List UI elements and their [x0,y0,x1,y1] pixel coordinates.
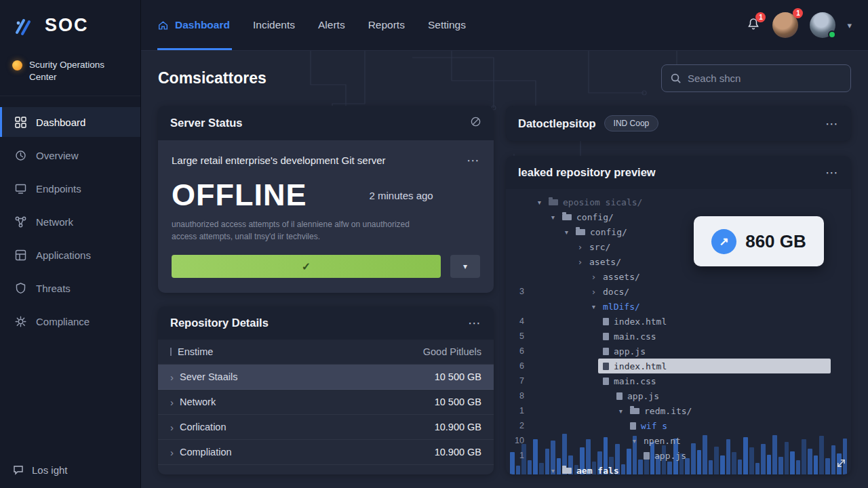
sidebar-item-applications[interactable]: Applications [0,240,140,270]
tree-item-eposiom-sicals-[interactable]: ▾eposiom sicals/ [506,195,851,209]
sidebar-item-endpoints[interactable]: Endpoints [0,174,140,203]
tree-item-label: index.html [614,361,667,371]
server-menu-ellipsis-icon[interactable]: ⋯ [467,154,480,167]
folder-icon [549,199,558,205]
chevron-down-icon: ▾ [463,262,467,271]
tree-item-label: src/ [589,242,610,252]
search-box[interactable] [661,64,851,92]
compliance-icon [14,315,27,328]
avatar-profile[interactable] [810,12,835,38]
line-number: 6 [506,346,530,356]
table-row-corlication[interactable]: ›Corlication10.900 GB [158,415,494,440]
line-number: 2 [506,421,530,430]
server-status-body: Large retail enterprise's development Gi… [158,140,494,293]
folder-icon [576,229,585,235]
tab-dashboard[interactable]: Dashboard [157,0,241,50]
home-icon [157,20,169,31]
file-icon [644,452,650,460]
tab-label: Incidents [253,19,295,31]
server-status-description: unauthorized access attempts of il alenn… [172,218,433,243]
avatar-messages[interactable]: 1 [772,12,798,38]
tree-item-main: app.js [598,344,650,359]
tree-item-main: ▾redm.its/ [612,403,696,418]
tree-item-main: index.html [598,359,831,373]
row-value: Good Pitluels [423,346,481,357]
file-icon [603,378,609,385]
notifications-button[interactable]: 1 [746,16,761,34]
line-number: 6 [506,361,530,371]
tree-item-main: main.css [598,373,661,388]
sidebar-item-network[interactable]: Network [0,207,140,237]
tree-item-label: index.html [614,317,667,327]
tab-incidents[interactable]: Incidents [241,0,307,50]
sidebar-item-label: Endpoints [36,183,81,195]
sidebar-item-compliance[interactable]: Compliance [0,306,140,336]
tab-label: Settings [428,19,466,31]
table-row-enstime[interactable]: EnstimeGood Pitluels [158,340,494,365]
dashboard-grid: Server Status Large retail enterprise's … [158,106,851,474]
sidebar-nav: DashboardOverviewEndpointsNetworkApplica… [0,96,140,451]
server-status-card: Server Status Large retail enterprise's … [158,106,494,293]
tree-item-app-js[interactable]: 1app.js [506,448,851,463]
resize-handle[interactable] [836,458,846,471]
top-navbar: DashboardIncidentsAlertsReportsSettings … [141,0,868,51]
caret-down-icon: ▾ [549,212,557,222]
tree-item-main: app.js [612,388,664,403]
tree-item-app-js[interactable]: 6app.js [506,344,851,359]
status-blocked-icon[interactable] [470,116,481,130]
tree-item-assets-[interactable]: ›assets/ [506,269,851,284]
line-number: 8 [506,391,530,401]
table-row-compliation[interactable]: ›Compliation10.900 GB [158,440,494,465]
leak-source-card: Datoctlepsitop IND Coop ⋯ [506,106,851,141]
sidebar-item-logout[interactable]: Los ight [0,451,140,488]
tab-label: Dashboard [175,19,230,31]
search-icon [670,73,682,84]
tree-item-index-html[interactable]: 6index.html [506,359,851,373]
tree-item-label: app.js [614,346,646,357]
tree-item-label: npen.nt [644,436,681,446]
repository-preview-card: leaked repository preview ⋯ ▾eposiom sic… [506,156,851,474]
tab-alerts[interactable]: Alerts [307,0,357,50]
search-input[interactable] [688,73,842,84]
tab-reports[interactable]: Reports [357,0,416,50]
caret-down-icon: ▾ [562,227,571,237]
tree-item-npen-nt[interactable]: 10▾npen.nt [506,433,851,448]
leak-menu-ellipsis-icon[interactable]: ⋯ [825,117,839,130]
sidebar-item-dashboard[interactable]: Dashboard [0,107,140,137]
sidebar-item-label: Overview [36,150,79,161]
tree-item-main-css[interactable]: 7main.css [506,373,851,388]
tree-item-label: app.js [627,391,659,401]
tree-item-wif-s[interactable]: 2wif s [506,418,851,433]
tab-settings[interactable]: Settings [416,0,477,50]
tree-item-label: config/ [576,212,614,222]
file-icon [630,422,636,430]
confirm-dropdown-button[interactable]: ▾ [450,255,480,278]
caret-right-icon: › [170,396,174,408]
confirm-button[interactable]: ✓ [172,255,441,278]
caret-right-icon: › [170,447,174,458]
tree-item-label: aem fals [576,466,619,475]
preview-menu-ellipsis-icon[interactable]: ⋯ [825,166,839,179]
line-number: 1 [506,451,530,460]
table-row-sever-staails[interactable]: ›Sever Staails10 500 GB [158,365,494,390]
tree-item-mldifs-[interactable]: ▾mlDifs/ [506,299,851,314]
server-status-time: 2 minutes ago [369,190,433,201]
tree-item-label: asets/ [589,257,621,267]
tree-item-main: ▾mlDifs/ [585,299,645,314]
repo-size-stat[interactable]: ↗ 860 GB [694,216,824,266]
tree-item-main: ▾aem fals [544,463,624,474]
tree-item-aem-fals[interactable]: ▾aem fals [506,463,851,474]
tree-item-docs-[interactable]: 3›docs/ [506,284,851,299]
sidebar-item-label: Threats [36,283,71,294]
sidebar-item-overview[interactable]: Overview [0,140,140,170]
repository-menu-ellipsis-icon[interactable]: ⋯ [468,317,481,329]
profile-chevron-down-icon[interactable]: ▾ [847,20,852,30]
tree-item-redm-its-[interactable]: 1▾redm.its/ [506,403,851,418]
tree-item-index-html[interactable]: 4index.html [506,314,851,329]
file-icon [603,318,609,325]
tree-item-main-css[interactable]: 5main.css [506,329,851,344]
tree-item-app-js[interactable]: 8app.js [506,388,851,403]
table-row-network[interactable]: ›Network10 500 GB [158,390,494,415]
tree-item-main: index.html [598,314,671,329]
sidebar-item-threats[interactable]: Threats [0,273,140,303]
